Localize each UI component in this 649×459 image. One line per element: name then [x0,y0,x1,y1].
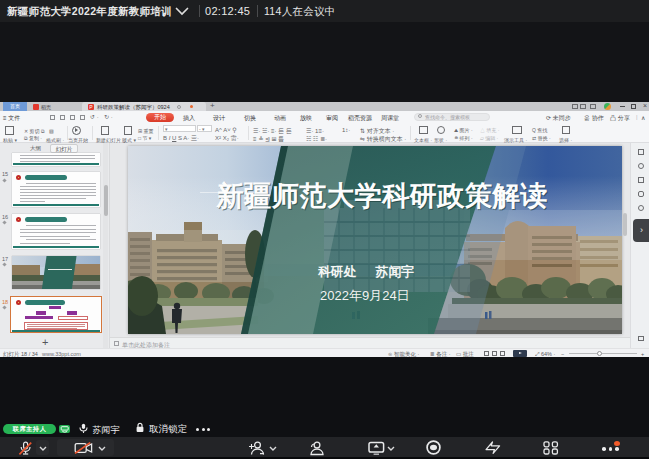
svg-text:新疆师范大学科研政策解读: 新疆师范大学科研政策解读 [215,180,547,211]
svg-text:2022年9月24日: 2022年9月24日 [320,288,410,303]
svg-text:科研处 苏闻宇: 科研处 苏闻宇 [317,264,414,279]
